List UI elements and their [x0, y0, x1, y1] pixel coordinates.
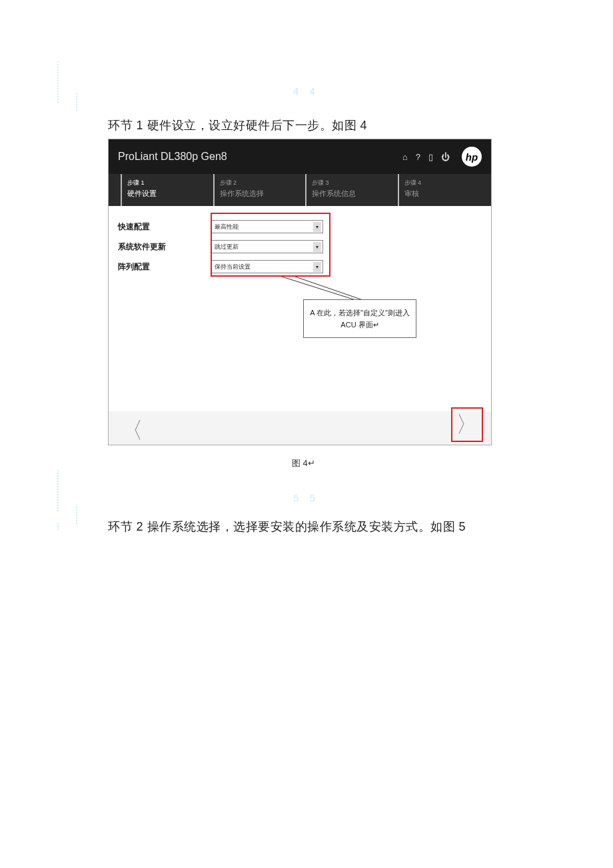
log-icon[interactable]: ▯	[428, 152, 433, 162]
step-3-os-info[interactable]: 步骤 3 操作系统信息	[305, 174, 392, 206]
next-button[interactable]: 〉	[456, 409, 478, 440]
svg-line-0	[282, 277, 362, 302]
hp-provisioning-screenshot: ProLiant DL380p Gen8 ⌂ ? ▯ ⏻ hp 步骤 1 硬件设…	[108, 139, 492, 445]
step-label-small: 步骤 1	[127, 178, 203, 187]
home-icon[interactable]: ⌂	[402, 152, 408, 162]
step-label-main: 操作系统选择	[220, 189, 295, 198]
caption-step-1: 环节 1 硬件设立，设立好硬件后下一步。如图 4	[108, 117, 367, 133]
top-bar: ProLiant DL380p Gen8 ⌂ ? ▯ ⏻ hp	[109, 139, 491, 174]
step-2-os-select[interactable]: 步骤 2 操作系统选择	[213, 174, 301, 206]
power-icon[interactable]: ⏻	[441, 152, 450, 162]
hp-logo: hp	[462, 147, 482, 167]
dropdown-value: 跳过更新	[215, 243, 239, 251]
step-label-main: 审核	[404, 189, 480, 198]
margin-decor	[57, 470, 59, 511]
margin-decor	[76, 507, 77, 524]
prev-button[interactable]: 〈	[121, 415, 143, 445]
svg-line-1	[295, 277, 368, 302]
callout-annotation: A 在此，若选择"自定义"则进入 ACU 界面↵	[303, 299, 416, 338]
help-icon[interactable]: ?	[416, 152, 420, 162]
margin-decor	[57, 61, 59, 103]
row-software-update: 系统软件更新 跳过更新 ▾	[109, 237, 491, 257]
margin-decor	[76, 93, 77, 111]
step-bar: 步骤 1 硬件设置 步骤 2 操作系统选择 步骤 3 操作系统信息 步骤 4 审…	[109, 174, 491, 206]
page-number-top: 4 4	[293, 85, 319, 97]
dropdown-quick-config[interactable]: 最高性能 ▾	[211, 220, 323, 233]
step-label-main: 操作系统信息	[312, 189, 387, 198]
step-label-small: 步骤 4	[404, 178, 480, 187]
dropdown-array-config[interactable]: 保持当前设置 ▾	[211, 260, 323, 273]
chevron-down-icon: ▾	[313, 222, 321, 232]
topbar-icons: ⌂ ? ▯ ⏻ hp	[402, 147, 482, 167]
form-area: 快速配置 最高性能 ▾ 系统软件更新 跳过更新 ▾ 阵列配置 保持当前设置 ▾	[109, 206, 491, 413]
row-array-config: 阵列配置 保持当前设置 ▾	[109, 257, 491, 277]
step-label-main: 硬件设置	[127, 189, 203, 198]
step-label-small: 步骤 2	[220, 178, 295, 187]
chevron-down-icon: ▾	[313, 262, 321, 272]
row-quick-config: 快速配置 最高性能 ▾	[109, 217, 491, 237]
chevron-down-icon: ▾	[313, 242, 321, 252]
margin-decor	[57, 523, 59, 530]
footer-nav: 〈 〉	[109, 411, 491, 445]
label-array-config: 阵列配置	[118, 261, 211, 273]
label-software-update: 系统软件更新	[118, 241, 211, 253]
step-1-hardware[interactable]: 步骤 1 硬件设置	[121, 174, 208, 206]
product-title: ProLiant DL380p Gen8	[118, 151, 402, 163]
next-button-highlight: 〉	[451, 407, 483, 442]
page-number-bottom: 5 5	[293, 492, 319, 503]
dropdown-value: 最高性能	[215, 223, 239, 231]
dropdown-software-update[interactable]: 跳过更新 ▾	[211, 240, 323, 253]
dropdown-value: 保持当前设置	[215, 263, 251, 271]
figure-label: 图 4↵	[292, 457, 315, 469]
hp-logo-text: hp	[466, 151, 478, 163]
step-4-review[interactable]: 步骤 4 审核	[398, 174, 485, 206]
step-label-small: 步骤 3	[312, 178, 387, 187]
caption-step-2: 环节 2 操作系统选择，选择要安装的操作系统及安装方式。如图 5	[108, 519, 466, 535]
label-quick-config: 快速配置	[118, 221, 211, 233]
